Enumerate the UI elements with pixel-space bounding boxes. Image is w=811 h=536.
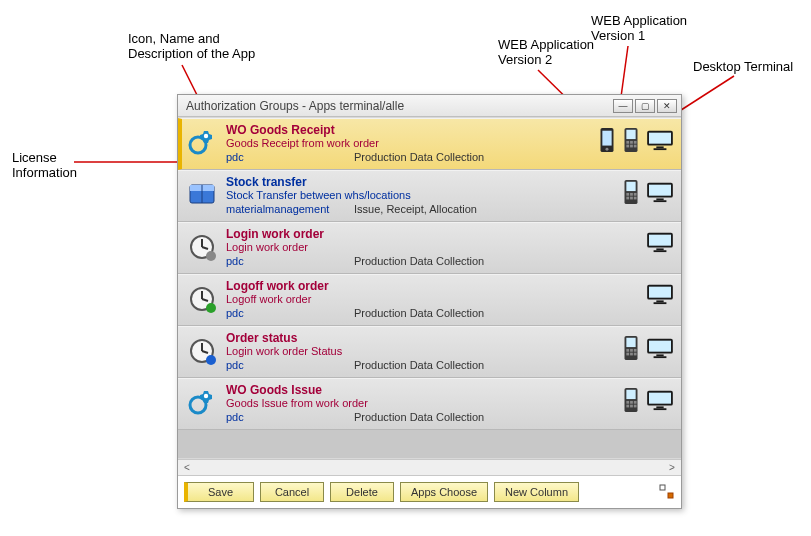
app-description: Goods Issue from work order	[226, 397, 615, 409]
monitor-target[interactable]	[645, 231, 675, 255]
svg-rect-32	[634, 197, 637, 200]
svg-rect-42	[649, 235, 671, 246]
license-label: Production Data Collection	[354, 307, 484, 319]
svg-rect-78	[634, 405, 637, 408]
app-row[interactable]: Login work orderLogin work orderpdcProdu…	[178, 222, 681, 274]
svg-rect-29	[634, 193, 637, 196]
license-code: materialmanagement	[226, 203, 336, 215]
svg-rect-66	[649, 341, 671, 352]
svg-rect-72	[626, 390, 635, 399]
app-row[interactable]: WO Goods ReceiptGoods Receipt from work …	[178, 118, 681, 170]
annotation-web-v1: WEB Application Version 1	[591, 14, 687, 44]
app-name: Logoff work order	[226, 279, 639, 293]
expand-icon[interactable]	[659, 484, 675, 500]
svg-rect-13	[630, 141, 633, 144]
svg-rect-82	[654, 408, 667, 410]
svg-rect-11	[626, 130, 635, 139]
monitor-target[interactable]	[645, 181, 675, 205]
monitor-target[interactable]	[645, 337, 675, 361]
monitor-target[interactable]	[645, 283, 675, 307]
monitor-icon	[645, 337, 675, 359]
phone-icon	[597, 127, 617, 153]
handheld-target[interactable]	[621, 335, 641, 363]
svg-rect-50	[649, 287, 671, 298]
target-icons	[621, 387, 675, 415]
app-text-block: WO Goods IssueGoods Issue from work orde…	[226, 383, 615, 423]
scroll-left-button[interactable]: <	[180, 462, 194, 473]
new-column-button[interactable]: New Column	[494, 482, 579, 502]
svg-point-6	[204, 134, 208, 138]
dialog-window: Authorization Groups - Apps terminal/all…	[177, 94, 682, 509]
footer-toolbar: Save Cancel Delete Apps Choose New Colum…	[178, 475, 681, 508]
maximize-button[interactable]: ▢	[635, 99, 655, 113]
scroll-right-button[interactable]: >	[665, 462, 679, 473]
svg-rect-74	[630, 401, 633, 404]
monitor-icon	[645, 129, 675, 151]
target-icons	[645, 231, 675, 255]
svg-rect-84	[668, 493, 673, 498]
app-row[interactable]: Logoff work orderLogoff work orderpdcPro…	[178, 274, 681, 326]
cancel-button[interactable]: Cancel	[260, 482, 324, 502]
license-code: pdc	[226, 151, 336, 163]
svg-rect-58	[626, 338, 635, 347]
svg-rect-61	[634, 349, 637, 352]
target-icons	[621, 335, 675, 363]
handheld-target[interactable]	[621, 127, 641, 155]
minimize-button[interactable]: —	[613, 99, 633, 113]
license-row: pdcProduction Data Collection	[226, 411, 615, 423]
license-label: Production Data Collection	[354, 359, 484, 371]
app-text-block: Logoff work orderLogoff work orderpdcPro…	[226, 279, 639, 319]
app-row[interactable]: Order statusLogin work order StatuspdcPr…	[178, 326, 681, 378]
svg-rect-35	[656, 198, 663, 200]
handheld-target[interactable]	[621, 387, 641, 415]
svg-rect-43	[656, 248, 663, 250]
svg-rect-64	[634, 353, 637, 356]
monitor-target[interactable]	[645, 129, 675, 153]
delete-button[interactable]: Delete	[330, 482, 394, 502]
app-icon	[186, 385, 218, 417]
horizontal-scrollbar[interactable]: < >	[178, 459, 681, 475]
annotation-license-info: License Information	[12, 151, 77, 181]
app-description: Login work order	[226, 241, 639, 253]
annotation-web-v2: WEB Application Version 2	[498, 38, 594, 68]
svg-rect-15	[626, 145, 629, 148]
app-icon	[186, 229, 218, 261]
app-list: WO Goods ReceiptGoods Receipt from work …	[178, 117, 681, 459]
app-name: WO Goods Receipt	[226, 123, 591, 137]
close-button[interactable]: ✕	[657, 99, 677, 113]
svg-rect-77	[630, 405, 633, 408]
license-row: materialmanagementIssue, Receipt, Alloca…	[226, 203, 615, 215]
app-text-block: Order statusLogin work order StatuspdcPr…	[226, 331, 615, 371]
save-button[interactable]: Save	[184, 482, 254, 502]
license-label: Issue, Receipt, Allocation	[354, 203, 477, 215]
svg-rect-27	[626, 193, 629, 196]
target-icons	[645, 283, 675, 307]
app-icon	[186, 333, 218, 365]
phone-target[interactable]	[597, 127, 617, 155]
license-code: pdc	[226, 411, 336, 423]
svg-rect-28	[630, 193, 633, 196]
app-description: Logoff work order	[226, 293, 639, 305]
svg-rect-34	[649, 185, 671, 196]
window-title: Authorization Groups - Apps terminal/all…	[186, 99, 404, 113]
license-code: pdc	[226, 307, 336, 319]
handheld-icon	[621, 335, 641, 361]
svg-rect-17	[634, 145, 637, 148]
monitor-target[interactable]	[645, 389, 675, 413]
svg-rect-14	[634, 141, 637, 144]
apps-choose-button[interactable]: Apps Choose	[400, 482, 488, 502]
app-description: Goods Receipt from work order	[226, 137, 591, 149]
svg-rect-44	[654, 250, 667, 252]
svg-rect-30	[626, 197, 629, 200]
monitor-icon	[645, 389, 675, 411]
monitor-icon	[645, 181, 675, 203]
svg-rect-80	[649, 393, 671, 404]
app-row[interactable]: WO Goods IssueGoods Issue from work orde…	[178, 378, 681, 430]
handheld-target[interactable]	[621, 179, 641, 207]
app-name: Stock transfer	[226, 175, 615, 189]
license-label: Production Data Collection	[354, 151, 484, 163]
svg-rect-36	[654, 200, 667, 202]
monitor-icon	[645, 283, 675, 305]
app-row[interactable]: Stock transferStock Transfer between whs…	[178, 170, 681, 222]
svg-rect-8	[602, 131, 611, 146]
